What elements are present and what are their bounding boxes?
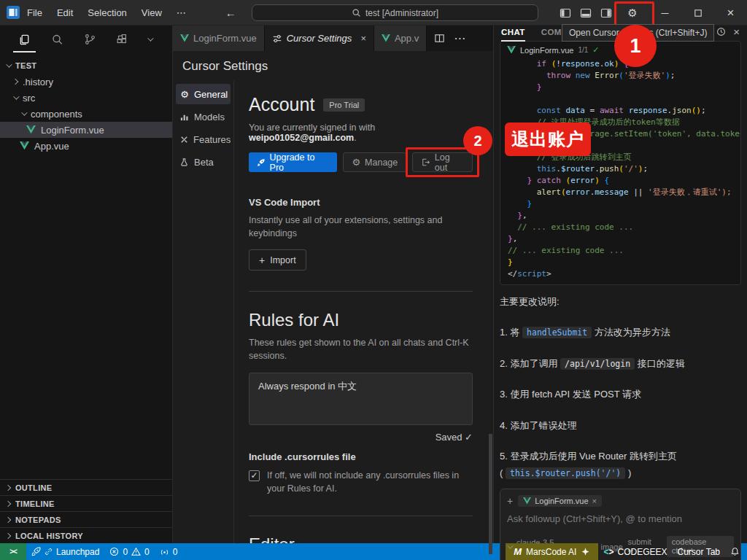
- back-icon[interactable]: ←: [225, 7, 236, 19]
- menu-selection[interactable]: Selection: [80, 0, 133, 26]
- chat-panel: CHAT COMPOSER + × LoginForm.vue 1/1 ✓: [493, 26, 747, 543]
- explorer-tree: TEST .history src components LoginForm.v…: [0, 58, 172, 154]
- section-divider: [249, 291, 473, 292]
- nav-features[interactable]: Features: [176, 129, 231, 149]
- activity-more-icon[interactable]: [147, 37, 152, 42]
- panel-notepads[interactable]: NOTEPADS: [0, 511, 172, 527]
- vue-file-icon: [20, 141, 29, 150]
- panel-outline[interactable]: OUTLINE: [0, 479, 172, 495]
- editor-scrollbar[interactable]: [489, 434, 492, 554]
- toggle-secondary-sidebar-icon[interactable]: [596, 7, 616, 19]
- context-chip[interactable]: LoginForm.vue ×: [518, 495, 602, 507]
- menu-more-icon[interactable]: ⋯: [169, 0, 193, 26]
- rules-heading: Rules for AI: [249, 310, 473, 330]
- marscode-item[interactable]: M MarsCode AI: [506, 543, 598, 560]
- toggle-panel-icon[interactable]: [576, 7, 596, 19]
- tools-icon: [179, 135, 189, 144]
- broadcast-icon: [160, 547, 169, 556]
- chevron-down-icon: [6, 61, 12, 67]
- tree-item-src[interactable]: src: [0, 90, 172, 106]
- cursor-settings-page: Cursor Settings ⚙ General Models: [173, 51, 493, 543]
- chevron-right-icon: [12, 79, 18, 85]
- chevron-right-icon: [5, 532, 11, 538]
- import-button[interactable]: + Import: [249, 249, 306, 271]
- nav-models[interactable]: Models: [176, 106, 231, 127]
- menu-view[interactable]: View: [134, 0, 169, 26]
- explorer-icon[interactable]: [18, 33, 31, 47]
- tree-item-history[interactable]: .history: [0, 74, 172, 90]
- toggle-sidebar-icon[interactable]: [555, 7, 576, 19]
- page-title: Cursor Settings: [173, 51, 493, 81]
- tree-item-components[interactable]: components: [0, 106, 172, 122]
- code-filename: LoginForm.vue: [520, 46, 573, 55]
- nav-beta[interactable]: Beta: [176, 152, 231, 172]
- tab-appvue[interactable]: App.v: [374, 26, 427, 51]
- titlebar: File Edit Selection View ⋯ ← → test [Adm…: [0, 0, 747, 26]
- close-panel-icon[interactable]: ×: [733, 26, 740, 38]
- rocket-icon: [31, 547, 41, 556]
- panel-local-history[interactable]: LOCAL HISTORY: [0, 527, 172, 543]
- launchpad-item[interactable]: Launchpad: [26, 543, 104, 560]
- history-icon[interactable]: [716, 27, 726, 36]
- include-cursorrules-checkbox[interactable]: ✓: [249, 470, 260, 481]
- add-context-icon[interactable]: +: [507, 495, 513, 507]
- tab-loginform[interactable]: LoginForm.vue: [173, 26, 265, 51]
- tree-item-loginform[interactable]: LoginForm.vue: [0, 122, 172, 138]
- notifications-bell-icon[interactable]: [725, 543, 747, 560]
- settings-nav: ⚙ General Models Features: [173, 81, 234, 543]
- log-out-button[interactable]: Log out: [412, 152, 473, 172]
- editor-more-icon[interactable]: ⋯: [454, 31, 465, 45]
- marscode-logo-icon: M: [514, 546, 522, 557]
- chat-input[interactable]: Ask followup (Ctrl+Shift+Y), @ to mentio…: [507, 513, 734, 524]
- close-tab-icon[interactable]: ×: [360, 33, 366, 44]
- close-button[interactable]: ×: [714, 0, 747, 26]
- panel-timeline[interactable]: TIMELINE: [0, 495, 172, 511]
- annotation-step-1: 1: [614, 25, 657, 67]
- split-editor-icon[interactable]: [434, 33, 445, 44]
- nav-general[interactable]: ⚙ General: [176, 84, 231, 104]
- rocket-icon: [257, 158, 266, 167]
- minimize-button[interactable]: ─: [649, 0, 681, 26]
- gear-icon: ⚙: [352, 157, 360, 168]
- search-input[interactable]: test [Administrator]: [252, 4, 538, 21]
- remove-context-icon[interactable]: ×: [592, 497, 597, 505]
- bar-chart-icon: [179, 112, 190, 122]
- rules-textarea[interactable]: Always respond in 中文: [249, 373, 473, 425]
- sliders-icon: [272, 34, 282, 44]
- chevron-right-icon: [5, 484, 11, 490]
- section-divider: [249, 516, 473, 516]
- tab-cursor-settings[interactable]: Cursor Settings ×: [265, 26, 374, 51]
- search-view-icon[interactable]: [50, 33, 64, 47]
- editor-heading: Editor: [249, 534, 473, 543]
- maximize-button[interactable]: [681, 0, 714, 26]
- extensions-icon[interactable]: [115, 33, 128, 46]
- code-block: LoginForm.vue 1/1 ✓ if (!response.ok) { …: [500, 41, 741, 285]
- settings-content: Account Pro Trial You are currently sign…: [234, 81, 493, 543]
- applied-check-icon: ✓: [592, 45, 599, 55]
- workspace-root[interactable]: TEST: [0, 58, 172, 74]
- sidebar: TEST .history src components LoginForm.v…: [0, 26, 173, 543]
- chevron-down-icon: [13, 93, 19, 99]
- beaker-icon: [179, 158, 190, 167]
- app-window: File Edit Selection View ⋯ ← → test [Adm…: [0, 0, 747, 560]
- menu-edit[interactable]: Edit: [50, 0, 80, 26]
- upgrade-to-pro-button[interactable]: Upgrade to Pro: [249, 152, 337, 172]
- signed-in-text: You are currently signed in with weipo01…: [249, 122, 473, 143]
- annotation-step-2: 2: [463, 126, 492, 155]
- account-heading: Account: [249, 94, 314, 115]
- remote-indicator[interactable]: ><: [0, 543, 26, 560]
- codegeex-item[interactable]: <> CODEGEEX: [598, 543, 672, 560]
- rules-description: These rules get shown to the AI on all c…: [249, 336, 473, 362]
- manage-button[interactable]: ⚙ Manage: [343, 152, 406, 172]
- chevron-down-icon: [21, 109, 27, 115]
- menu-file[interactable]: File: [20, 0, 50, 26]
- problems-item[interactable]: 0 0: [104, 543, 154, 560]
- ports-item[interactable]: 0: [155, 543, 183, 560]
- tree-item-appvue[interactable]: App.vue: [0, 138, 172, 154]
- cursor-settings-gear-icon[interactable]: ⚙: [622, 7, 643, 20]
- source-control-icon[interactable]: [83, 33, 96, 46]
- tab-chat[interactable]: CHAT: [501, 28, 525, 36]
- cursor-tab-item[interactable]: Cursor Tab: [673, 543, 725, 560]
- vue-file-icon: [180, 34, 189, 42]
- chat-messages: LoginForm.vue 1/1 ✓ if (!response.ok) { …: [494, 38, 747, 560]
